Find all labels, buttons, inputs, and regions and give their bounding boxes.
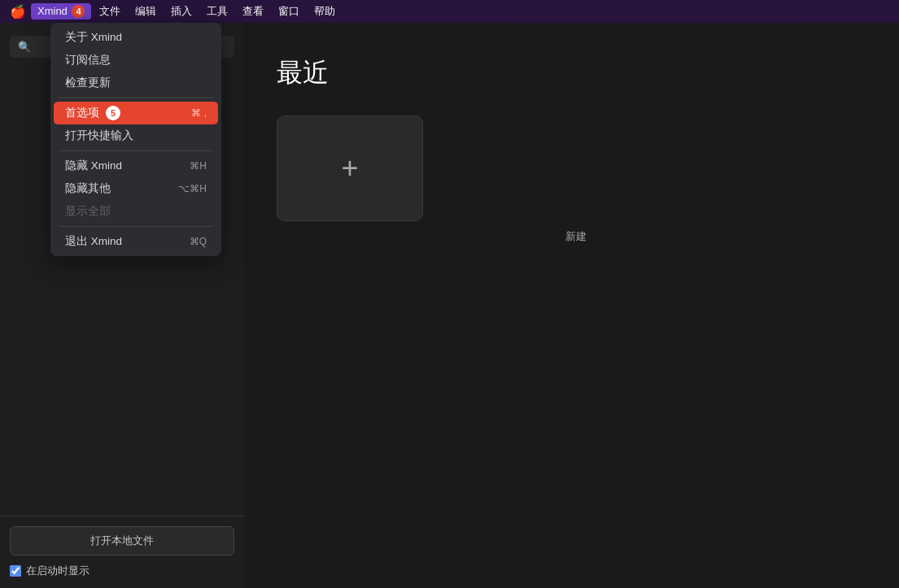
menu-item-preferences[interactable]: 首选项 5 ⌘ ,: [54, 102, 218, 124]
menubar-file-label: 文件: [99, 5, 120, 17]
preferences-shortcut: ⌘ ,: [191, 107, 207, 119]
menu-item-about-label: 关于 Xmind: [65, 30, 122, 45]
menu-item-hide-others[interactable]: 隐藏其他 ⌥⌘H: [54, 177, 218, 200]
menu-item-subscription-label: 订阅信息: [65, 53, 111, 68]
menubar-help-label: 帮助: [314, 5, 335, 17]
cards-area: +: [277, 115, 866, 221]
menu-item-preferences-label: 首选项: [65, 106, 99, 120]
menubar-window-label: 窗口: [278, 5, 299, 17]
menubar-view[interactable]: 查看: [236, 2, 270, 20]
search-icon: 🔍: [18, 41, 31, 53]
open-file-button[interactable]: 打开本地文件: [10, 526, 234, 555]
open-file-label: 打开本地文件: [90, 534, 154, 547]
menu-separator-3: [59, 226, 213, 227]
menubar-xmind-badge: 4: [72, 5, 85, 18]
menu-item-hide-xmind[interactable]: 隐藏 Xmind ⌘H: [54, 155, 218, 177]
menubar-view-label: 查看: [242, 5, 264, 17]
menu-item-hide-xmind-label: 隐藏 Xmind: [65, 159, 122, 173]
startup-checkbox-label: 在启动时显示: [26, 564, 89, 578]
menubar-window[interactable]: 窗口: [272, 2, 306, 20]
new-card-label: 新建: [285, 229, 866, 244]
menu-item-quick-input[interactable]: 打开快捷输入: [54, 124, 218, 147]
new-card-plus-icon: +: [341, 154, 358, 183]
menubar-tools[interactable]: 工具: [200, 2, 234, 20]
menubar-edit-label: 编辑: [135, 5, 156, 17]
menubar-tools-label: 工具: [207, 5, 228, 17]
preferences-shortcut-text: ⌘ ,: [191, 107, 207, 119]
quit-shortcut: ⌘Q: [190, 236, 207, 247]
menu-item-quit[interactable]: 退出 Xmind ⌘Q: [54, 230, 218, 253]
menu-separator-2: [59, 150, 213, 151]
menu-separator-1: [59, 98, 213, 98]
menubar: 🍎 Xmind 4 文件 编辑 插入 工具 查看 窗口 帮助: [0, 0, 899, 23]
hide-others-shortcut: ⌥⌘H: [178, 183, 207, 194]
hide-xmind-shortcut: ⌘H: [190, 160, 207, 172]
main-content: 最近 + 新建: [244, 23, 899, 588]
menu-item-hide-others-label: 隐藏其他: [65, 181, 111, 196]
menubar-xmind[interactable]: Xmind 4: [31, 3, 91, 20]
menubar-insert[interactable]: 插入: [164, 2, 199, 20]
section-title: 最近: [277, 55, 866, 91]
startup-checkbox-row: 在启动时显示: [10, 564, 234, 578]
menubar-help[interactable]: 帮助: [308, 2, 342, 20]
menu-item-show-all-label: 显示全部: [65, 204, 111, 219]
menubar-xmind-label: Xmind: [37, 5, 68, 17]
menu-item-check-update-label: 检查更新: [65, 76, 111, 90]
menu-item-show-all: 显示全部: [54, 200, 218, 223]
xmind-menu-dropdown: 关于 Xmind 订阅信息 检查更新 首选项 5 ⌘ , 打开快捷输入 隐藏 X…: [50, 23, 221, 256]
menubar-insert-label: 插入: [171, 5, 192, 17]
new-card[interactable]: +: [277, 115, 423, 221]
menubar-edit[interactable]: 编辑: [129, 2, 163, 20]
preferences-badge: 5: [106, 106, 120, 120]
menu-item-quit-label: 退出 Xmind: [65, 234, 122, 249]
menu-item-about[interactable]: 关于 Xmind: [54, 26, 218, 49]
menu-item-subscription[interactable]: 订阅信息: [54, 49, 218, 72]
apple-menu-icon[interactable]: 🍎: [7, 0, 29, 23]
menu-item-check-update[interactable]: 检查更新: [54, 72, 218, 94]
menubar-file[interactable]: 文件: [93, 2, 127, 20]
menu-item-quick-input-label: 打开快捷输入: [65, 128, 133, 143]
startup-checkbox[interactable]: [10, 565, 21, 577]
sidebar-bottom: 打开本地文件 在启动时显示: [0, 516, 244, 588]
